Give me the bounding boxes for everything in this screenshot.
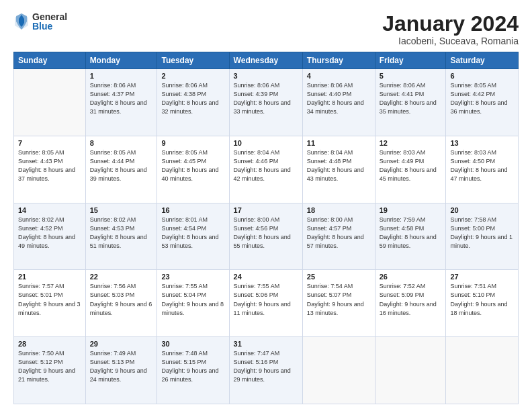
header-row: Sunday Monday Tuesday Wednesday Thursday… (14, 52, 519, 69)
day-number: 30 (161, 340, 224, 348)
day-info: Sunrise: 8:05 AM Sunset: 4:45 PM Dayligh… (161, 148, 224, 183)
day-number: 31 (234, 340, 298, 348)
calendar-cell: 26Sunrise: 7:52 AM Sunset: 5:09 PM Dayli… (375, 270, 446, 337)
day-info: Sunrise: 8:06 AM Sunset: 4:37 PM Dayligh… (90, 81, 153, 116)
logo-blue: Blue (32, 21, 67, 31)
day-info: Sunrise: 7:57 AM Sunset: 5:01 PM Dayligh… (18, 282, 81, 317)
day-info: Sunrise: 8:06 AM Sunset: 4:40 PM Dayligh… (307, 81, 371, 116)
logo-icon (13, 12, 30, 31)
calendar-cell: 30Sunrise: 7:48 AM Sunset: 5:15 PM Dayli… (157, 337, 229, 404)
day-number: 6 (450, 72, 514, 80)
calendar-table: Sunday Monday Tuesday Wednesday Thursday… (13, 52, 519, 404)
day-number: 25 (307, 273, 371, 281)
day-info: Sunrise: 8:03 AM Sunset: 4:50 PM Dayligh… (450, 148, 514, 183)
day-info: Sunrise: 8:05 AM Sunset: 4:43 PM Dayligh… (18, 148, 81, 183)
calendar-cell: 25Sunrise: 7:54 AM Sunset: 5:07 PM Dayli… (302, 270, 375, 337)
calendar-cell (446, 337, 519, 404)
calendar-cell: 11Sunrise: 8:04 AM Sunset: 4:48 PM Dayli… (302, 136, 375, 203)
day-info: Sunrise: 7:52 AM Sunset: 5:09 PM Dayligh… (380, 282, 442, 317)
calendar-cell: 14Sunrise: 8:02 AM Sunset: 4:52 PM Dayli… (14, 203, 86, 270)
day-info: Sunrise: 7:55 AM Sunset: 5:06 PM Dayligh… (234, 282, 298, 317)
location: Iacobeni, Suceava, Romania (382, 36, 519, 46)
calendar-cell: 31Sunrise: 7:47 AM Sunset: 5:16 PM Dayli… (229, 337, 302, 404)
day-info: Sunrise: 8:04 AM Sunset: 4:46 PM Dayligh… (234, 148, 298, 183)
day-number: 3 (234, 72, 298, 80)
col-saturday: Saturday (446, 52, 519, 69)
calendar-cell: 22Sunrise: 7:56 AM Sunset: 5:03 PM Dayli… (85, 270, 157, 337)
day-info: Sunrise: 7:51 AM Sunset: 5:10 PM Dayligh… (450, 282, 514, 317)
day-info: Sunrise: 7:49 AM Sunset: 5:13 PM Dayligh… (90, 349, 153, 384)
day-number: 19 (380, 206, 442, 214)
calendar-cell: 16Sunrise: 8:01 AM Sunset: 4:54 PM Dayli… (157, 203, 229, 270)
col-monday: Monday (85, 52, 157, 69)
day-number: 22 (90, 273, 153, 281)
calendar-cell: 21Sunrise: 7:57 AM Sunset: 5:01 PM Dayli… (14, 270, 86, 337)
day-number: 15 (90, 206, 153, 214)
day-number: 2 (161, 72, 224, 80)
calendar-cell (375, 337, 446, 404)
calendar-cell: 29Sunrise: 7:49 AM Sunset: 5:13 PM Dayli… (85, 337, 157, 404)
day-info: Sunrise: 8:02 AM Sunset: 4:52 PM Dayligh… (18, 216, 81, 250)
logo: General Blue (13, 12, 67, 31)
day-info: Sunrise: 7:59 AM Sunset: 4:58 PM Dayligh… (380, 216, 442, 250)
day-number: 1 (90, 72, 153, 80)
calendar-cell (302, 337, 375, 404)
calendar-cell: 28Sunrise: 7:50 AM Sunset: 5:12 PM Dayli… (14, 337, 86, 404)
day-info: Sunrise: 8:04 AM Sunset: 4:48 PM Dayligh… (307, 148, 371, 183)
calendar-cell: 8Sunrise: 8:05 AM Sunset: 4:44 PM Daylig… (85, 136, 157, 203)
day-number: 17 (234, 206, 298, 214)
calendar-cell: 2Sunrise: 8:06 AM Sunset: 4:38 PM Daylig… (157, 69, 229, 136)
day-info: Sunrise: 8:06 AM Sunset: 4:38 PM Dayligh… (161, 81, 224, 116)
calendar-cell: 23Sunrise: 7:55 AM Sunset: 5:04 PM Dayli… (157, 270, 229, 337)
day-number: 20 (450, 206, 514, 214)
day-info: Sunrise: 8:06 AM Sunset: 4:39 PM Dayligh… (234, 81, 298, 116)
calendar-cell: 15Sunrise: 8:02 AM Sunset: 4:53 PM Dayli… (85, 203, 157, 270)
calendar-cell: 12Sunrise: 8:03 AM Sunset: 4:49 PM Dayli… (375, 136, 446, 203)
day-info: Sunrise: 8:01 AM Sunset: 4:54 PM Dayligh… (161, 216, 224, 250)
calendar-cell: 24Sunrise: 7:55 AM Sunset: 5:06 PM Dayli… (229, 270, 302, 337)
day-number: 5 (380, 72, 442, 80)
calendar-cell: 1Sunrise: 8:06 AM Sunset: 4:37 PM Daylig… (85, 69, 157, 136)
day-info: Sunrise: 8:05 AM Sunset: 4:44 PM Dayligh… (90, 148, 153, 183)
day-info: Sunrise: 8:06 AM Sunset: 4:41 PM Dayligh… (380, 81, 442, 116)
day-info: Sunrise: 7:58 AM Sunset: 5:00 PM Dayligh… (450, 216, 514, 250)
col-thursday: Thursday (302, 52, 375, 69)
day-number: 10 (234, 139, 298, 147)
calendar-body: 1Sunrise: 8:06 AM Sunset: 4:37 PM Daylig… (14, 69, 519, 404)
day-number: 12 (380, 139, 442, 147)
day-number: 13 (450, 139, 514, 147)
logo-general: General (32, 12, 67, 21)
calendar-cell: 17Sunrise: 8:00 AM Sunset: 4:56 PM Dayli… (229, 203, 302, 270)
day-info: Sunrise: 8:05 AM Sunset: 4:42 PM Dayligh… (450, 81, 514, 116)
header: General Blue January 2024 Iacobeni, Suce… (13, 12, 519, 46)
calendar-cell: 7Sunrise: 8:05 AM Sunset: 4:43 PM Daylig… (14, 136, 86, 203)
day-number: 9 (161, 139, 224, 147)
calendar-cell: 3Sunrise: 8:06 AM Sunset: 4:39 PM Daylig… (229, 69, 302, 136)
day-number: 8 (90, 139, 153, 147)
calendar-cell: 4Sunrise: 8:06 AM Sunset: 4:40 PM Daylig… (302, 69, 375, 136)
calendar-week-2: 7Sunrise: 8:05 AM Sunset: 4:43 PM Daylig… (14, 136, 519, 203)
calendar-page: General Blue January 2024 Iacobeni, Suce… (0, 0, 532, 411)
title-block: January 2024 Iacobeni, Suceava, Romania (382, 12, 519, 46)
calendar-cell: 27Sunrise: 7:51 AM Sunset: 5:10 PM Dayli… (446, 270, 519, 337)
day-info: Sunrise: 8:02 AM Sunset: 4:53 PM Dayligh… (90, 216, 153, 250)
day-number: 21 (18, 273, 81, 281)
calendar-cell: 18Sunrise: 8:00 AM Sunset: 4:57 PM Dayli… (302, 203, 375, 270)
day-info: Sunrise: 7:56 AM Sunset: 5:03 PM Dayligh… (90, 282, 153, 317)
calendar-cell: 9Sunrise: 8:05 AM Sunset: 4:45 PM Daylig… (157, 136, 229, 203)
calendar-cell: 10Sunrise: 8:04 AM Sunset: 4:46 PM Dayli… (229, 136, 302, 203)
calendar-cell: 13Sunrise: 8:03 AM Sunset: 4:50 PM Dayli… (446, 136, 519, 203)
col-sunday: Sunday (14, 52, 86, 69)
day-info: Sunrise: 8:03 AM Sunset: 4:49 PM Dayligh… (380, 148, 442, 183)
day-number: 16 (161, 206, 224, 214)
calendar-week-3: 14Sunrise: 8:02 AM Sunset: 4:52 PM Dayli… (14, 203, 519, 270)
day-info: Sunrise: 8:00 AM Sunset: 4:57 PM Dayligh… (307, 216, 371, 250)
calendar-cell: 5Sunrise: 8:06 AM Sunset: 4:41 PM Daylig… (375, 69, 446, 136)
day-info: Sunrise: 7:48 AM Sunset: 5:15 PM Dayligh… (161, 349, 224, 384)
day-number: 14 (18, 206, 81, 214)
day-number: 24 (234, 273, 298, 281)
calendar-cell: 6Sunrise: 8:05 AM Sunset: 4:42 PM Daylig… (446, 69, 519, 136)
day-number: 4 (307, 72, 371, 80)
day-number: 28 (18, 340, 81, 348)
day-info: Sunrise: 7:54 AM Sunset: 5:07 PM Dayligh… (307, 282, 371, 317)
